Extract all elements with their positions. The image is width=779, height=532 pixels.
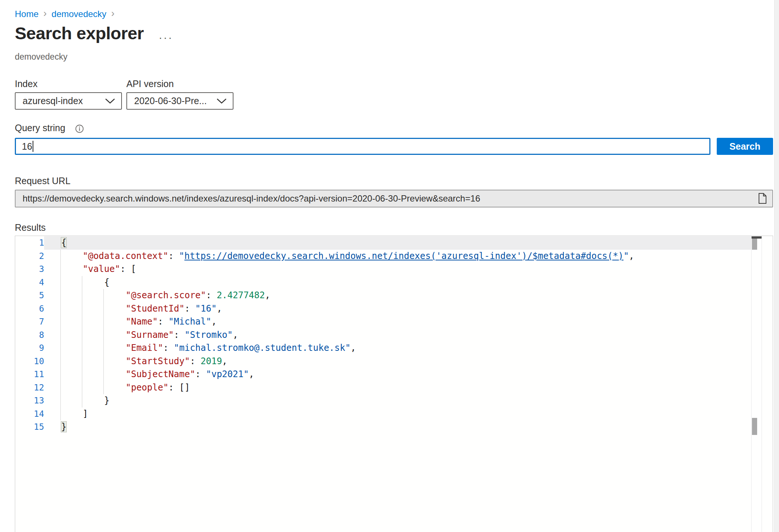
- line-number: 3: [15, 263, 44, 276]
- code-token: {: [104, 277, 109, 287]
- breadcrumb: Home › demovedecky ›: [15, 9, 119, 19]
- code-line: 11"SubjectName": "vp2021",: [15, 368, 773, 381]
- index-label: Index: [15, 79, 37, 89]
- api-version-dropdown-value: 2020-06-30-Pre...: [134, 96, 207, 106]
- code-line: 10"StartStudy": 2019,: [15, 355, 773, 368]
- code-token: :: [190, 356, 200, 366]
- scrollbar-thumb[interactable]: [752, 239, 757, 250]
- code-line: 9"Email": "michal.stromko@.student.tuke.…: [15, 342, 773, 355]
- code-line: 2"@odata.context": "https://demovedecky.…: [15, 250, 773, 263]
- query-string-label: Query string: [15, 123, 65, 133]
- code-token: :: [168, 251, 179, 261]
- code-line: 1{: [15, 236, 773, 250]
- search-query-input[interactable]: 16: [15, 138, 710, 155]
- code-line: 7"Name": "Michal",: [15, 315, 773, 329]
- line-number: 15: [15, 420, 44, 434]
- line-number: 9: [15, 342, 44, 355]
- index-dropdown-value: azuresql-index: [23, 96, 83, 106]
- request-url-value: https://demovedecky.search.windows.net/i…: [23, 193, 754, 204]
- code-line: 8"Surname": "Stromko",: [15, 329, 773, 342]
- code-line: 6"StudentId": "16",: [15, 302, 773, 316]
- line-number: 5: [15, 289, 44, 302]
- code-token: }: [61, 422, 66, 432]
- code-token: ,: [249, 369, 254, 379]
- page-subtitle: demovedecky: [15, 52, 67, 62]
- code-line: 5"@search.score": 2.4277482,: [15, 289, 773, 302]
- code-token: :: [195, 369, 206, 379]
- code-token: "Email": [126, 343, 163, 353]
- code-token: ,: [629, 251, 634, 261]
- code-token: "michal.stromko@.student.tuke.sk": [174, 343, 351, 353]
- breadcrumb-separator-icon: ›: [43, 9, 47, 18]
- line-number: 11: [15, 368, 44, 381]
- code-token: ]: [83, 409, 88, 419]
- index-dropdown[interactable]: azuresql-index: [15, 92, 122, 110]
- search-button[interactable]: Search: [717, 138, 773, 155]
- code-token: ": [179, 251, 184, 261]
- chevron-down-icon: [216, 98, 227, 104]
- code-token: ,: [211, 316, 216, 327]
- code-token: :: [174, 330, 185, 340]
- line-number: 10: [15, 355, 44, 368]
- code-token: :: [163, 343, 174, 353]
- breadcrumb-separator-icon: ›: [111, 9, 115, 18]
- code-token: "StartStudy": [126, 356, 190, 366]
- code-token: :: [158, 316, 169, 327]
- code-line: 15}: [15, 420, 773, 434]
- line-number: 2: [15, 250, 44, 263]
- code-line: 14]: [15, 408, 773, 421]
- editor-scrollbar[interactable]: [751, 236, 762, 532]
- code-token: :: [206, 290, 217, 300]
- code-token: :: [185, 303, 195, 314]
- code-lines: 1{2"@odata.context": "https://demovedeck…: [15, 236, 773, 434]
- code-token: }: [104, 395, 109, 406]
- code-token: : [: [120, 264, 136, 274]
- code-line: 4{: [15, 276, 773, 289]
- page-scrollbar[interactable]: [774, 0, 779, 532]
- code-line: 3"value": [: [15, 263, 773, 276]
- code-token: "Stromko": [185, 330, 233, 340]
- code-token: "Michal": [169, 316, 212, 327]
- line-number: 14: [15, 408, 44, 421]
- code-token: "Name": [126, 316, 158, 327]
- code-token: "people": [126, 382, 169, 393]
- line-number: 8: [15, 329, 44, 342]
- code-line: 12"people": []: [15, 381, 773, 395]
- code-token: ,: [217, 303, 222, 314]
- code-line: 13}: [15, 394, 773, 408]
- line-number: 7: [15, 315, 44, 329]
- code-token: ,: [265, 290, 270, 300]
- search-query-value: 16: [22, 141, 32, 152]
- results-json-editor[interactable]: 1{2"@odata.context": "https://demovedeck…: [15, 236, 773, 532]
- code-token: "Surname": [126, 330, 174, 340]
- api-version-dropdown[interactable]: 2020-06-30-Pre...: [126, 92, 233, 110]
- breadcrumb-service-link[interactable]: demovedecky: [52, 9, 106, 19]
- text-caret: [33, 141, 33, 152]
- code-token: ,: [233, 330, 238, 340]
- line-number: 4: [15, 276, 44, 289]
- info-icon[interactable]: [75, 124, 84, 133]
- line-number: 1: [15, 236, 44, 250]
- chevron-down-icon: [105, 98, 115, 104]
- more-menu-icon[interactable]: ···: [159, 31, 173, 44]
- code-token: {: [61, 237, 66, 248]
- request-url-label: Request URL: [15, 176, 70, 186]
- line-number: 12: [15, 381, 44, 395]
- line-number: 6: [15, 302, 44, 316]
- code-token: "16": [195, 303, 217, 314]
- metadata-link[interactable]: https://demovedecky.search.windows.net/i…: [185, 251, 624, 261]
- api-version-label: API version: [126, 79, 174, 89]
- copy-icon[interactable]: [758, 193, 767, 205]
- code-token: ": [623, 251, 629, 261]
- code-token: ,: [351, 343, 356, 353]
- code-token: "value": [83, 264, 120, 274]
- overview-ruler-mark: [752, 418, 757, 435]
- code-token: "vp2021": [206, 369, 249, 379]
- code-token: "@odata.context": [83, 251, 168, 261]
- page-title: Search explorer: [15, 23, 144, 43]
- code-token: : []: [169, 382, 190, 393]
- request-url-field[interactable]: https://demovedecky.search.windows.net/i…: [15, 190, 773, 207]
- code-token: "@search.score": [126, 290, 206, 300]
- code-token: ,: [222, 356, 227, 366]
- breadcrumb-home-link[interactable]: Home: [15, 9, 39, 19]
